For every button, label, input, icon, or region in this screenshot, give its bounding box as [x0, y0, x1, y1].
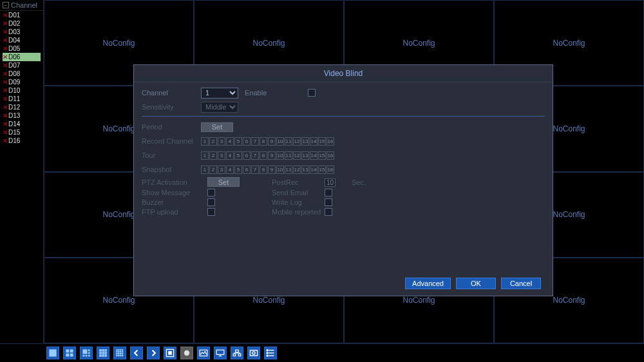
- channel-item[interactable]: ✕D12: [3, 103, 41, 111]
- channel-num-box[interactable]: 9: [268, 137, 276, 146]
- next-icon[interactable]: [147, 347, 160, 359]
- channel-num-box[interactable]: 15: [318, 166, 326, 174]
- layout-8-icon[interactable]: [80, 347, 93, 359]
- channel-num-box[interactable]: 15: [318, 137, 326, 146]
- channel-num-box[interactable]: 2: [209, 166, 217, 174]
- channel-num-box[interactable]: 10: [276, 166, 284, 174]
- channel-select[interactable]: 1: [201, 88, 238, 99]
- layout-16-icon[interactable]: [113, 347, 126, 359]
- channel-num-box[interactable]: 7: [251, 137, 259, 146]
- channel-num-box[interactable]: 14: [310, 137, 317, 146]
- divider: [142, 116, 545, 117]
- channel-num-box[interactable]: 16: [327, 137, 334, 146]
- list-icon[interactable]: [264, 347, 277, 359]
- ptz-set-button[interactable]: Set: [207, 177, 240, 187]
- channel-num-box[interactable]: 1: [201, 137, 209, 146]
- ptz-icon[interactable]: [180, 347, 193, 359]
- show-message-checkbox[interactable]: [207, 189, 215, 196]
- channel-label: D04: [8, 37, 20, 44]
- channel-num-box[interactable]: 10: [276, 151, 284, 160]
- layout-1-icon[interactable]: [46, 347, 59, 359]
- channel-num-box[interactable]: 1: [201, 151, 209, 160]
- channel-num-box[interactable]: 7: [251, 166, 259, 174]
- channel-item[interactable]: ✕D16: [3, 137, 41, 145]
- image-icon[interactable]: [197, 347, 210, 359]
- channel-num-box[interactable]: 12: [293, 137, 301, 146]
- channel-item[interactable]: ✕D11: [3, 95, 41, 103]
- channel-num-box[interactable]: 6: [243, 166, 251, 174]
- channel-num-box[interactable]: 5: [234, 137, 242, 146]
- channel-num-box[interactable]: 10: [276, 137, 284, 146]
- send-email-checkbox[interactable]: [325, 189, 332, 196]
- channel-num-box[interactable]: 2: [209, 137, 217, 146]
- channel-num-box[interactable]: 4: [226, 151, 234, 160]
- buzzer-checkbox[interactable]: [207, 198, 215, 206]
- channel-num-box[interactable]: 6: [243, 137, 251, 146]
- channel-item[interactable]: ✕D03: [3, 28, 41, 36]
- channel-num-box[interactable]: 12: [293, 166, 301, 174]
- cancel-button[interactable]: Cancel: [501, 278, 541, 289]
- channel-num-box[interactable]: 8: [260, 151, 267, 160]
- collapse-icon[interactable]: −: [3, 2, 9, 8]
- channel-num-box[interactable]: 13: [301, 137, 309, 146]
- channel-num-box[interactable]: 9: [268, 151, 276, 160]
- channel-item[interactable]: ✕D13: [3, 111, 41, 120]
- channel-num-box[interactable]: 5: [234, 151, 242, 160]
- channel-num-box[interactable]: 7: [251, 151, 259, 160]
- channel-num-box[interactable]: 12: [293, 151, 301, 160]
- channel-item[interactable]: ✕D05: [3, 44, 41, 53]
- channel-item[interactable]: ✕D07: [3, 61, 41, 70]
- channel-num-box[interactable]: 16: [327, 166, 334, 174]
- channel-num-box[interactable]: 4: [226, 137, 234, 146]
- channel-item[interactable]: ✕D02: [3, 19, 41, 28]
- sensitivity-select[interactable]: Middle: [201, 102, 238, 113]
- channel-num-box[interactable]: 16: [327, 151, 334, 160]
- mobile-reported-checkbox[interactable]: [325, 208, 332, 216]
- channel-item[interactable]: ✕D14: [3, 120, 41, 128]
- channel-num-box[interactable]: 11: [285, 137, 292, 146]
- channel-item[interactable]: ✕D01: [3, 11, 41, 19]
- layout-9-icon[interactable]: [97, 347, 109, 359]
- ptz-label: PTZ Activation: [142, 178, 201, 186]
- x-icon: ✕: [3, 79, 8, 86]
- disk-icon[interactable]: [247, 347, 260, 359]
- channel-num-box[interactable]: 5: [234, 166, 242, 174]
- ftp-upload-checkbox[interactable]: [207, 208, 215, 216]
- channel-item[interactable]: ✕D08: [3, 70, 41, 78]
- channel-num-box[interactable]: 3: [218, 137, 225, 146]
- channel-num-box[interactable]: 13: [301, 151, 309, 160]
- channel-num-box[interactable]: 15: [318, 151, 326, 160]
- channel-num-box[interactable]: 8: [260, 166, 267, 174]
- channel-num-box[interactable]: 11: [285, 151, 292, 160]
- write-log-checkbox[interactable]: [325, 198, 332, 206]
- channel-item[interactable]: ✕D06: [3, 53, 41, 61]
- channel-num-box[interactable]: 9: [268, 166, 276, 174]
- channel-num-box[interactable]: 14: [310, 151, 317, 160]
- channel-item[interactable]: ✕D10: [3, 86, 41, 95]
- fullscreen-icon[interactable]: [164, 347, 176, 359]
- channel-num-box[interactable]: 3: [218, 151, 225, 160]
- channel-num-box[interactable]: 1: [201, 166, 209, 174]
- ok-button[interactable]: OK: [456, 278, 496, 289]
- postrec-label: PostRec: [272, 178, 323, 186]
- period-set-button[interactable]: Set: [201, 122, 233, 132]
- postrec-input[interactable]: 10: [325, 178, 336, 187]
- monitor-icon[interactable]: [214, 347, 227, 359]
- prev-icon[interactable]: [130, 347, 143, 359]
- channel-num-box[interactable]: 13: [301, 166, 309, 174]
- channel-item[interactable]: ✕D09: [3, 78, 41, 86]
- channel-num-box[interactable]: 4: [226, 166, 234, 174]
- channel-num-box[interactable]: 11: [285, 166, 292, 174]
- channel-num-box[interactable]: 6: [243, 151, 251, 160]
- channel-item[interactable]: ✕D04: [3, 36, 41, 44]
- channel-item[interactable]: ✕D15: [3, 128, 41, 137]
- advanced-button[interactable]: Advanced: [405, 278, 451, 289]
- network-icon[interactable]: [231, 347, 243, 359]
- enable-checkbox[interactable]: [308, 89, 316, 97]
- svg-point-53: [267, 355, 268, 356]
- channel-num-box[interactable]: 14: [310, 166, 317, 174]
- channel-num-box[interactable]: 8: [260, 137, 267, 146]
- channel-num-box[interactable]: 2: [209, 151, 217, 160]
- channel-num-box[interactable]: 3: [218, 166, 225, 174]
- layout-4-icon[interactable]: [63, 347, 76, 359]
